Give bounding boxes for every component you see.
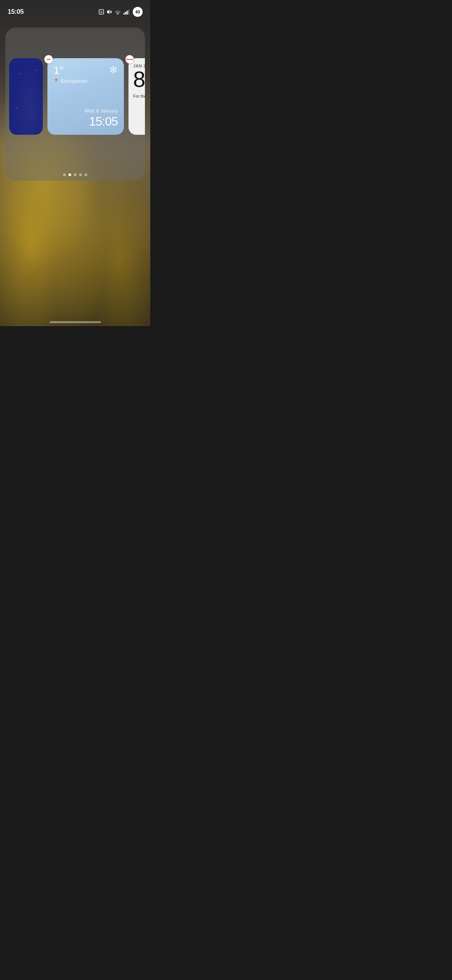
svg-rect-7: [128, 10, 129, 15]
battery-indicator: 43: [133, 7, 143, 17]
pagination-dot-4: [79, 173, 82, 176]
pagination-dots: [5, 173, 145, 176]
weather-widget-remove-button[interactable]: [44, 55, 53, 64]
status-time: 15:05: [8, 8, 24, 16]
weather-condition-icon: ❄: [109, 64, 118, 76]
battery-level: 43: [135, 10, 140, 14]
weather-location: 📍 Basingstoke: [54, 78, 118, 84]
home-indicator[interactable]: [50, 321, 101, 323]
calendar-widget-remove-button[interactable]: [125, 55, 134, 64]
svg-rect-6: [127, 11, 128, 15]
weather-time: 15:05: [54, 114, 118, 129]
weather-widget[interactable]: 1° ❄ 📍 Basingstoke Wed 8 January 15:05: [47, 58, 124, 135]
nfc-icon: N: [98, 9, 104, 15]
widget-scroll-area[interactable]: 1° ❄ 📍 Basingstoke Wed 8 January 15:05 J…: [5, 28, 145, 165]
wifi-icon: [114, 9, 121, 15]
status-bar: 15:05 N: [0, 0, 150, 19]
widget-left-partial: [9, 58, 43, 135]
pagination-dot-1: [63, 173, 66, 176]
widget-panel: 1° ❄ 📍 Basingstoke Wed 8 January 15:05 J…: [5, 28, 145, 181]
signal-icon: [124, 9, 130, 15]
calendar-day-number: 8 WED: [133, 68, 145, 90]
svg-rect-5: [125, 12, 126, 15]
pagination-dot-5: [85, 173, 87, 176]
stars-decoration: [9, 58, 43, 135]
calendar-widget[interactable]: JAN 2025 8 WED For the first ti: [128, 58, 145, 135]
svg-text:N: N: [100, 11, 102, 13]
pagination-dot-2: [68, 173, 71, 176]
location-pin-icon: 📍: [54, 78, 59, 83]
mute-icon: [107, 9, 112, 15]
calendar-widget-wrapper: JAN 2025 8 WED For the first ti: [128, 58, 145, 135]
status-icons: N 43: [98, 7, 143, 17]
weather-bottom: Wed 8 January 15:05: [54, 108, 118, 129]
weather-temperature: 1°: [54, 64, 118, 77]
pagination-dot-3: [74, 173, 76, 176]
calendar-event-text: For the first ti: [133, 93, 145, 99]
svg-rect-4: [124, 13, 125, 15]
weather-date: Wed 8 January: [54, 108, 118, 114]
